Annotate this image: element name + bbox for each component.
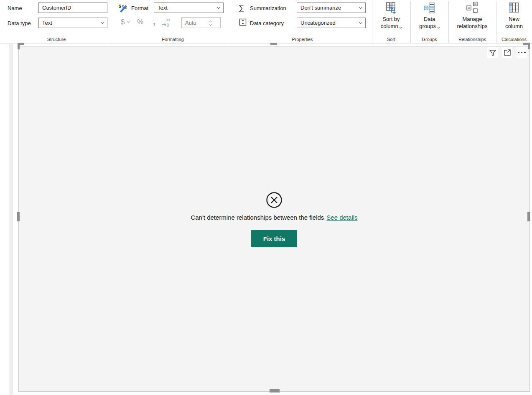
focus-mode-icon xyxy=(504,49,511,56)
report-canvas[interactable]: Can't determine relationships between th… xyxy=(0,44,532,395)
decimal-places-input[interactable] xyxy=(182,20,209,26)
format-value: Text xyxy=(158,5,168,11)
error-icon xyxy=(266,192,283,208)
selection-handle-middle-left[interactable] xyxy=(17,212,20,221)
selection-handle-middle-right[interactable] xyxy=(527,212,530,221)
group-label-properties: Properties xyxy=(233,37,372,43)
summarization-dropdown[interactable]: Don't summarize xyxy=(297,3,366,13)
visual-filter-button[interactable] xyxy=(487,47,498,58)
datatype-dropdown[interactable]: Text xyxy=(38,18,107,28)
ribbon: Name Data type Text Structure $ % Format… xyxy=(0,0,532,44)
data-category-label: Data category xyxy=(250,20,284,26)
group-label-groups: Groups xyxy=(410,37,448,43)
thousands-separator-icon[interactable]: , xyxy=(153,16,155,27)
percent-icon[interactable]: % xyxy=(137,18,143,26)
group-label-structure: Structure xyxy=(0,37,113,43)
new-column-icon xyxy=(508,2,520,14)
summarization-sigma-icon: ∑ xyxy=(239,3,244,13)
name-input[interactable] xyxy=(38,3,107,13)
new-column-button[interactable]: New column xyxy=(496,2,532,30)
powerbi-column-tools-screen: Name Data type Text Structure $ % Format… xyxy=(0,0,532,395)
data-category-icon xyxy=(239,18,247,26)
format-dropdown[interactable]: Text xyxy=(154,3,224,13)
manage-relationships-icon xyxy=(466,2,479,14)
datatype-value: Text xyxy=(42,20,52,26)
focus-mode-button[interactable] xyxy=(502,47,512,58)
svg-text:.00: .00 xyxy=(165,18,170,22)
error-message-row: Can't determine relationships between th… xyxy=(191,214,357,221)
selection-handle-top-left[interactable] xyxy=(18,43,20,49)
sort-by-column-label: Sort by column xyxy=(381,16,400,29)
data-groups-icon xyxy=(424,2,435,14)
data-category-value: Uncategorized xyxy=(300,20,336,26)
summarization-value: Don't summarize xyxy=(300,5,341,11)
spinner-arrows[interactable] xyxy=(209,20,211,26)
currency-icon[interactable]: $ xyxy=(121,18,125,26)
error-message-text: Can't determine relationships between th… xyxy=(191,214,324,221)
format-dollar-percent-icon: $ % xyxy=(118,3,129,14)
selection-handle-top-center[interactable] xyxy=(270,43,277,45)
data-groups-label: Data groups xyxy=(419,16,436,29)
fix-this-button[interactable]: Fix this xyxy=(251,230,297,247)
sort-by-column-icon xyxy=(385,2,397,14)
see-details-link[interactable]: See details xyxy=(326,214,357,221)
manage-relationships-label: Manage relationships xyxy=(457,16,488,29)
data-groups-button[interactable]: Data groups xyxy=(410,2,448,30)
currency-chevron-icon[interactable] xyxy=(127,20,130,23)
more-options-button[interactable] xyxy=(517,47,527,58)
group-label-sort: Sort xyxy=(372,37,410,43)
decimal-places-icon[interactable]: .00 0 xyxy=(161,17,173,28)
canvas-left-gutter xyxy=(9,44,13,395)
manage-relationships-button[interactable]: Manage relationships xyxy=(448,2,496,30)
filter-icon xyxy=(489,49,496,56)
chevron-down-icon[interactable] xyxy=(209,23,212,26)
svg-text:$: $ xyxy=(119,4,121,9)
svg-text:0: 0 xyxy=(167,23,169,28)
name-label: Name xyxy=(8,5,22,11)
datatype-label: Data type xyxy=(8,20,31,26)
chevron-down-icon xyxy=(399,26,402,28)
chevron-down-icon xyxy=(217,5,220,9)
sort-by-column-button[interactable]: Sort by column xyxy=(372,2,410,30)
selection-handle-bottom-center[interactable] xyxy=(270,389,280,392)
data-category-dropdown[interactable]: Uncategorized xyxy=(297,18,366,28)
visual-error-block: Can't determine relationships between th… xyxy=(19,192,529,247)
group-label-formatting: Formatting xyxy=(113,37,233,43)
format-label: Format xyxy=(131,5,148,11)
selection-handle-top-right[interactable] xyxy=(528,43,530,49)
chevron-down-icon xyxy=(101,21,104,24)
summarization-label: Summarization xyxy=(250,5,286,11)
selected-visual[interactable]: Can't determine relationships between th… xyxy=(18,46,530,392)
new-column-label: New column xyxy=(505,16,523,29)
group-label-relationships: Relationships xyxy=(448,37,496,43)
chevron-down-icon xyxy=(359,21,362,24)
group-label-calculations: Calculations xyxy=(496,37,532,43)
more-options-icon xyxy=(518,52,526,54)
chevron-down-icon xyxy=(359,5,362,9)
chevron-down-icon xyxy=(437,26,440,28)
decimal-places-spinner[interactable] xyxy=(181,17,221,28)
